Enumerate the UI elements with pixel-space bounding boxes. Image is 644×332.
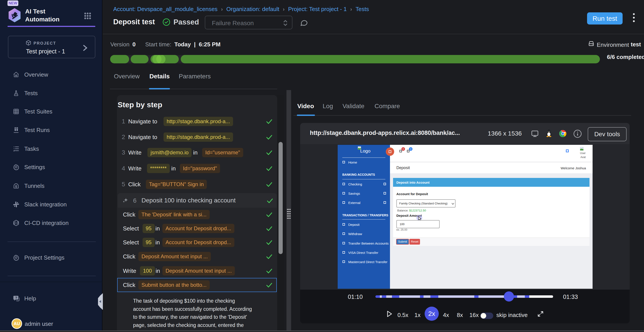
svg-text:?: ? [15,296,17,300]
